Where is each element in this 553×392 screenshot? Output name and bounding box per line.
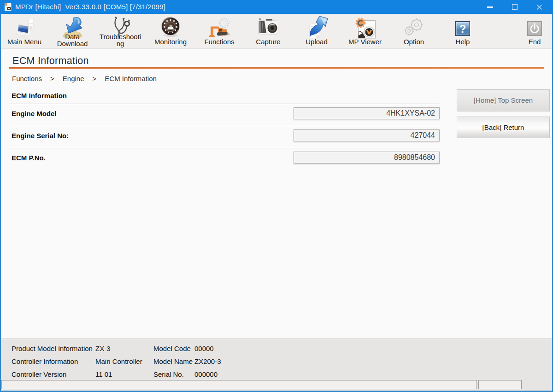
svg-text:?: ? [459,23,466,35]
